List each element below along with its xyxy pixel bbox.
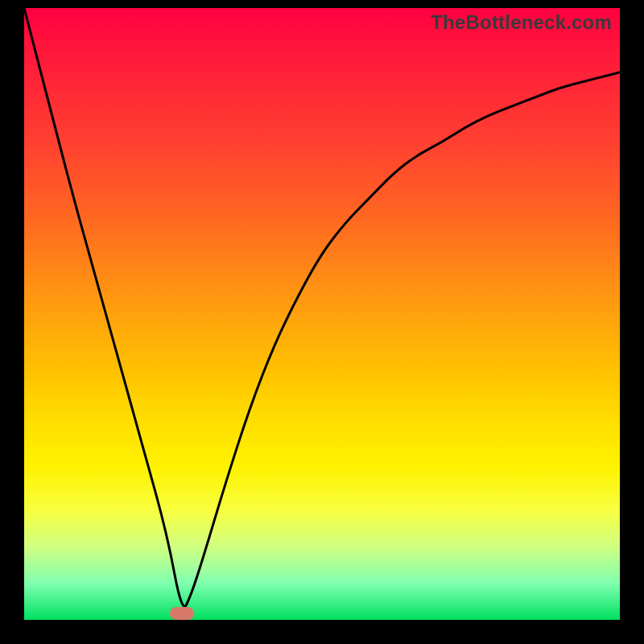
bottleneck-curve [24,8,620,620]
minimum-marker [170,607,194,620]
chart-frame: TheBottleneck.com [0,0,644,644]
plot-area: TheBottleneck.com [24,8,620,620]
